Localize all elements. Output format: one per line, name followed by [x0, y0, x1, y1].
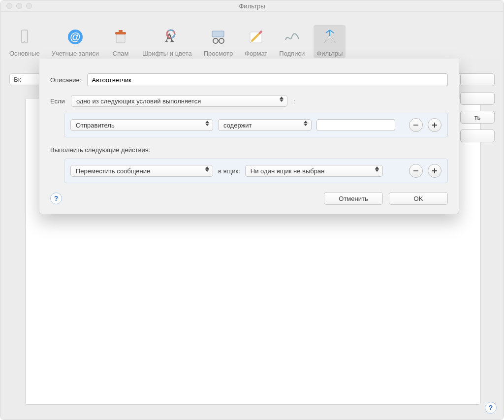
- chevron-updown-icon: [205, 121, 210, 126]
- svg-rect-5: [115, 32, 126, 34]
- svg-rect-6: [119, 30, 123, 32]
- if-row: Если одно из следующих условий выполняет…: [50, 95, 448, 107]
- preferences-toolbar: Основные @ Учетные записи Спам A Шрифты …: [0, 12, 504, 62]
- bg-button-3[interactable]: ть: [460, 111, 495, 124]
- help-icon: ?: [54, 194, 59, 202]
- svg-marker-15: [324, 35, 336, 43]
- ok-label: OK: [414, 195, 423, 202]
- cancel-button[interactable]: Отменить: [324, 192, 383, 205]
- toolbar-label: Формат: [245, 50, 267, 57]
- chevron-updown-icon: [279, 97, 284, 102]
- add-condition-button[interactable]: [428, 118, 441, 132]
- preferences-window: Фильтры Основные @ Учетные записи Спам A: [0, 0, 504, 420]
- bg-button-4[interactable]: [460, 129, 495, 142]
- trash-icon: [111, 27, 130, 47]
- svg-rect-4: [116, 34, 125, 43]
- toolbar-tab-rules[interactable]: Фильтры: [314, 25, 346, 58]
- remove-condition-button[interactable]: [409, 118, 423, 132]
- toolbar-tab-junk[interactable]: Спам: [108, 25, 133, 58]
- sheet-footer: ? Отменить OK: [50, 192, 448, 205]
- viewing-icon: [208, 27, 228, 47]
- remove-action-button[interactable]: [409, 164, 423, 178]
- condition-field-select[interactable]: Отправитель: [70, 119, 213, 131]
- at-sign-icon: @: [65, 27, 85, 47]
- description-label: Описание:: [50, 76, 81, 84]
- help-icon: ?: [489, 404, 493, 412]
- colon-label: :: [293, 97, 295, 105]
- peek-label: [476, 132, 478, 140]
- svg-rect-16: [413, 125, 418, 126]
- action-verb-select[interactable]: Переместить сообщение: [70, 165, 213, 177]
- add-action-button[interactable]: [428, 164, 441, 178]
- action-mailbox-select[interactable]: Ни один ящик не выбран: [245, 165, 383, 177]
- peek-label: [476, 95, 478, 102]
- toolbar-tab-composing[interactable]: Формат: [242, 25, 270, 58]
- toolbar-label: Подписи: [279, 50, 305, 57]
- peek-label: [476, 76, 478, 84]
- bg-button-2[interactable]: [460, 92, 495, 105]
- action-row: Переместить сообщение в ящик: Ни один ящ…: [64, 159, 448, 183]
- toolbar-tab-accounts[interactable]: @ Учетные записи: [49, 25, 102, 58]
- condition-field-value: Отправитель: [76, 122, 115, 129]
- toolbar-tab-general[interactable]: Основные: [6, 25, 43, 58]
- toolbar-label: Основные: [9, 50, 40, 57]
- svg-rect-21: [434, 168, 435, 173]
- ok-button[interactable]: OK: [389, 192, 448, 205]
- cancel-label: Отменить: [339, 195, 368, 202]
- compose-icon: [246, 27, 266, 47]
- toolbar-label: Шрифты и цвета: [142, 50, 192, 57]
- description-row: Описание:: [50, 73, 448, 86]
- bg-button-1[interactable]: [460, 73, 495, 86]
- svg-point-1: [24, 41, 26, 42]
- iphone-icon: [15, 27, 34, 47]
- toolbar-tab-viewing[interactable]: Просмотр: [201, 25, 236, 58]
- window-title: Фильтры: [0, 2, 504, 10]
- action-mailbox-value: Ни один ящик не выбран: [251, 167, 325, 175]
- if-mode-value: одно из следующих условий выполняется: [76, 97, 201, 105]
- rule-edit-sheet: Описание: Если одно из следующих условий…: [39, 59, 459, 214]
- svg-rect-18: [434, 123, 435, 128]
- svg-point-11: [213, 38, 218, 43]
- chevron-updown-icon: [375, 166, 379, 172]
- toolbar-label: Просмотр: [204, 50, 233, 57]
- signature-icon: [282, 27, 302, 47]
- help-button[interactable]: ?: [50, 193, 62, 204]
- chevron-updown-icon: [303, 121, 308, 126]
- toolbar-label: Спам: [113, 50, 129, 57]
- svg-rect-19: [413, 170, 418, 171]
- toolbar-label: Учетные записи: [52, 50, 99, 57]
- plus-icon: [432, 122, 438, 128]
- condition-value-input[interactable]: [316, 119, 395, 131]
- if-label: Если: [50, 97, 65, 105]
- minus-icon: [413, 122, 419, 128]
- window-help-button[interactable]: ?: [485, 402, 497, 414]
- svg-point-12: [219, 38, 224, 43]
- svg-text:@: @: [70, 31, 81, 43]
- fonts-colors-icon: A: [157, 27, 177, 47]
- toolbar-label: Фильтры: [316, 50, 343, 57]
- rules-icon: [320, 27, 340, 47]
- condition-operator-select[interactable]: содержит: [218, 119, 312, 131]
- toolbar-tab-signatures[interactable]: Подписи: [276, 25, 308, 58]
- minus-icon: [413, 168, 419, 174]
- chevron-updown-icon: [205, 166, 210, 172]
- description-input[interactable]: [87, 73, 448, 86]
- titlebar: Фильтры: [0, 0, 504, 12]
- condition-operator-value: содержит: [223, 122, 252, 129]
- toolbar-tab-fonts-colors[interactable]: A Шрифты и цвета: [139, 25, 195, 58]
- actions-label: Выполнить следующие действия:: [50, 146, 448, 154]
- svg-rect-10: [212, 31, 224, 37]
- peek-label: ть: [474, 114, 481, 121]
- into-mailbox-label: в ящик:: [218, 167, 240, 175]
- if-mode-select[interactable]: одно из следующих условий выполняется: [71, 95, 287, 107]
- plus-icon: [432, 168, 438, 174]
- action-verb-value: Переместить сообщение: [76, 167, 150, 175]
- condition-row: Отправитель содержит: [64, 113, 448, 137]
